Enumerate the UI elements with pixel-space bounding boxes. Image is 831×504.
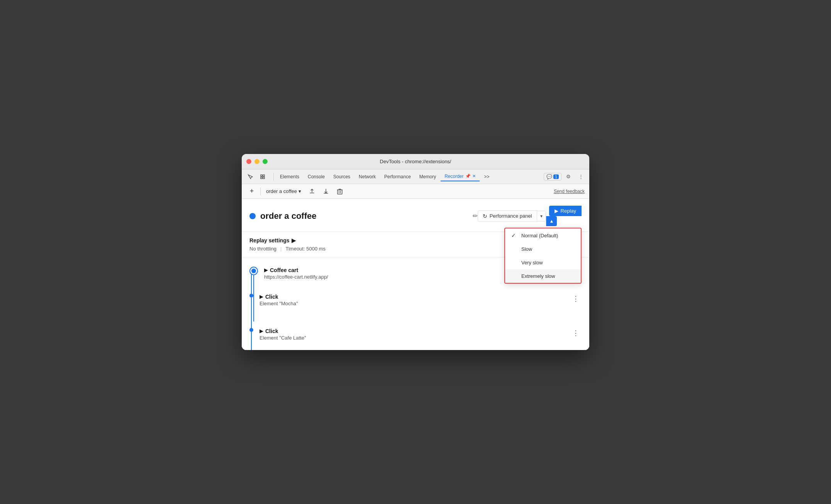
step-name-latte: Click: [265, 328, 278, 334]
minimize-button[interactable]: [254, 159, 259, 164]
titlebar: DevTools - chrome://extensions/: [242, 154, 589, 169]
tab-more[interactable]: >>: [480, 173, 494, 181]
speed-normal-label: Normal (Default): [521, 233, 558, 238]
step-dot-latte: [249, 328, 253, 332]
cursor-icon[interactable]: [245, 171, 256, 182]
recording-indicator: [249, 213, 256, 219]
chat-count: 1: [553, 174, 559, 179]
tab-bar-icons: [245, 171, 268, 182]
replay-button[interactable]: ▶ Replay: [549, 206, 582, 216]
recording-title: order a coffee: [260, 211, 469, 221]
recorder-toolbar: + order a coffee ▾ Send feedback: [242, 184, 589, 199]
step-name-mocha: Click: [265, 294, 278, 300]
tab-console[interactable]: Console: [304, 173, 329, 181]
step-content-latte: ▶ Click Element "Cafe Latte": [259, 328, 570, 341]
chat-icon: 💬: [546, 174, 552, 179]
speed-very-slow[interactable]: Very slow: [505, 256, 581, 269]
speed-extremely-slow[interactable]: Extremely slow: [505, 269, 581, 283]
settings-button[interactable]: ⚙: [563, 171, 574, 182]
svg-rect-1: [263, 175, 265, 176]
expand-icon-latte: ▶: [259, 328, 263, 334]
throttling-label: No throttling: [249, 246, 276, 252]
check-icon: ✓: [511, 232, 517, 238]
tab-memory[interactable]: Memory: [416, 173, 440, 181]
tab-sources[interactable]: Sources: [329, 173, 354, 181]
speed-normal[interactable]: ✓ Normal (Default): [505, 228, 581, 242]
speed-extremely-slow-label: Extremely slow: [521, 273, 555, 279]
tab-network[interactable]: Network: [355, 173, 380, 181]
header-actions: ↻ Performance panel ▾ ▶ Replay ▲ ✓: [478, 206, 582, 226]
tab-bar: Elements Console Sources Network Perform…: [242, 169, 589, 184]
export-button[interactable]: [307, 186, 317, 197]
perf-refresh-icon: ↻: [483, 213, 487, 219]
step-title-latte: ▶ Click: [259, 328, 570, 334]
svg-rect-0: [261, 175, 262, 176]
speed-slow-label: Slow: [521, 246, 532, 252]
devtools-window: DevTools - chrome://extensions/ Elements…: [242, 154, 589, 350]
timeout-label: Timeout: 5000 ms: [285, 246, 326, 252]
svg-rect-2: [261, 177, 262, 179]
replay-speed-dropdown[interactable]: ▲: [546, 216, 557, 226]
recording-selector[interactable]: order a coffee ▾: [264, 188, 304, 195]
recording-name: order a coffee: [266, 188, 297, 194]
step-dot-mocha: [249, 294, 253, 298]
tab-divider: [273, 173, 274, 181]
dropdown-arrow-icon: ▾: [298, 188, 301, 194]
replay-button-group: ▶ Replay ▲ ✓ Normal (Default) Slow: [546, 206, 582, 226]
inspect-icon[interactable]: [257, 171, 268, 182]
timeline-click-latte: [249, 328, 253, 332]
recording-header: order a coffee ✏ ↻ Performance panel ▾ ▶…: [242, 199, 589, 232]
step-more-latte[interactable]: ⋮: [570, 328, 582, 338]
step-title-mocha: ▶ Click: [259, 294, 570, 300]
speed-slow[interactable]: Slow: [505, 242, 581, 256]
step-more-mocha[interactable]: ⋮: [570, 294, 582, 304]
step-line-top-3: [251, 313, 252, 328]
window-title: DevTools - chrome://extensions/: [380, 159, 451, 164]
replay-label: Replay: [561, 208, 576, 214]
pin-icon: 📌: [465, 174, 471, 179]
settings-expand-icon: ▶: [292, 237, 296, 244]
speed-dropdown-menu: ✓ Normal (Default) Slow Very slow: [504, 228, 582, 284]
maximize-button[interactable]: [263, 159, 268, 164]
delete-button[interactable]: [334, 186, 345, 197]
replay-play-icon: ▶: [555, 208, 558, 214]
step-element-mocha: Element "Mocha": [259, 301, 570, 306]
settings-separator: |: [280, 246, 282, 252]
tab-close-icon[interactable]: ✕: [472, 174, 476, 179]
download-button[interactable]: [321, 186, 331, 197]
step-element-latte: Element "Cafe Latte": [259, 335, 570, 341]
close-button[interactable]: [246, 159, 251, 164]
timeline-click-mocha: [249, 294, 253, 298]
tab-elements[interactable]: Elements: [276, 173, 303, 181]
step-circle-outer: [249, 267, 258, 275]
svg-rect-3: [263, 177, 265, 179]
perf-dropdown-arrow: ▾: [540, 213, 543, 219]
speed-very-slow-label: Very slow: [521, 260, 543, 266]
step-name-coffee-cart: Coffee cart: [270, 267, 298, 273]
step-circle-filled: [251, 269, 256, 273]
settings-title-label: Replay settings: [249, 237, 289, 244]
timeline-coffee-cart: [249, 267, 258, 275]
expand-icon: ▶: [264, 267, 268, 273]
window-controls: [246, 159, 268, 164]
send-feedback-link[interactable]: Send feedback: [554, 189, 585, 194]
step-click-mocha: ▶ Click Element "Mocha" ⋮: [242, 291, 589, 310]
performance-panel-button[interactable]: ↻ Performance panel: [478, 210, 537, 222]
perf-panel-label: Performance panel: [490, 213, 532, 219]
step-click-latte: ▶ Click Element "Cafe Latte" ⋮: [242, 325, 589, 344]
tab-recorder[interactable]: Recorder 📌 ✕: [441, 172, 479, 181]
more-button[interactable]: ⋮: [575, 171, 586, 182]
toolbar-divider: [260, 188, 261, 195]
chat-badge[interactable]: 💬 1: [544, 173, 561, 181]
add-recording-button[interactable]: +: [246, 186, 257, 197]
tab-recorder-label: Recorder: [444, 174, 463, 179]
tab-actions: 💬 1 ⚙ ⋮: [544, 171, 586, 182]
performance-panel-dropdown[interactable]: ▾: [537, 211, 546, 222]
recorder-content: order a coffee ✏ ↻ Performance panel ▾ ▶…: [242, 199, 589, 350]
expand-icon-mocha: ▶: [259, 294, 263, 299]
tab-performance[interactable]: Performance: [380, 173, 415, 181]
step-line-bottom-3: [251, 332, 252, 350]
step-content-mocha: ▶ Click Element "Mocha": [259, 294, 570, 306]
edit-title-button[interactable]: ✏: [473, 212, 478, 220]
svg-rect-4: [337, 190, 342, 194]
